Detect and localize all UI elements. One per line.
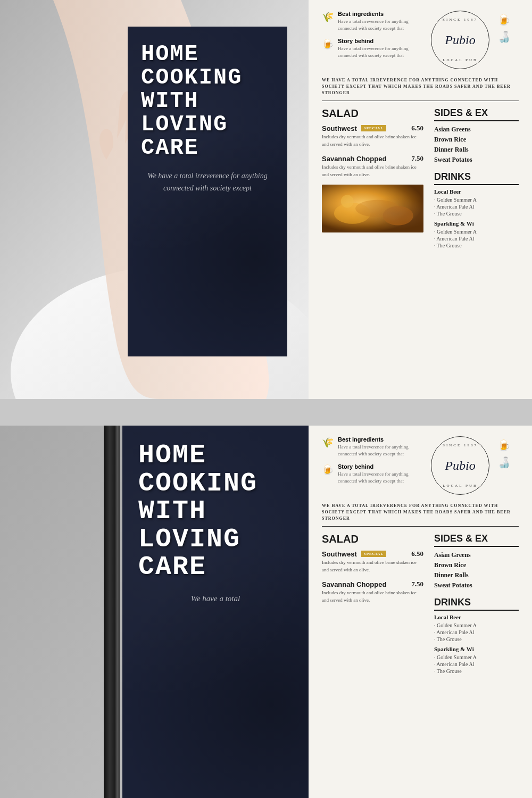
sides-section-2: SIDES & EX Asian Greens Brown Rice Dinne… — [434, 533, 519, 591]
feature1-desc-2: Have a total irreverence for anything co… — [338, 444, 423, 457]
drink-1-1: American Pale Al — [434, 235, 519, 242]
menu-card-title-2: HOME COOKING WITH LOVING CARE — [138, 442, 293, 581]
sides2-item-2: Dinner Rolls — [434, 570, 519, 580]
item-desc-savannah-2: Includes dry vermouth and olive brine sh… — [322, 589, 423, 604]
drink-0-0: Golden Summer A — [434, 196, 519, 203]
item-desc-savannah: Includes dry vermouth and olive brine sh… — [322, 164, 423, 178]
item-price-savannah-2: 7.50 — [411, 580, 423, 588]
sides-item-0: Asian Greens — [434, 124, 519, 135]
drink2-0-1: American Pale Al — [434, 629, 519, 636]
beer-mug-icon-right-2: 🍺 — [497, 439, 519, 452]
section-1: HOME COOKING WITH LOVING CARE We have a … — [0, 0, 532, 399]
stand-bar-right — [115, 426, 120, 798]
item-price-southwest: 6.50 — [411, 124, 423, 132]
sides2-item-0: Asian Greens — [434, 550, 519, 560]
logo-circle-2: SINCE 1987 Pubio LOCAL PUB — [431, 436, 489, 495]
drinks-section-1: DRINKS Local Beer Golden Summer A Americ… — [434, 171, 519, 249]
svg-point-3 — [334, 203, 371, 224]
drinks2-cat-1: Sparkling & Wi — [434, 646, 519, 652]
drink2-0-2: The Grouse — [434, 636, 519, 643]
feature-item-2-2: 🍺 Story behind Have a total irreverence … — [322, 463, 423, 484]
svg-point-4 — [355, 200, 400, 217]
photo-left-1: HOME COOKING WITH LOVING CARE We have a … — [0, 0, 309, 399]
sides-item-3: Sweat Potatos — [434, 155, 519, 165]
item-desc-southwest-2: Includes dry vermouth and olive brine sh… — [322, 559, 423, 573]
feature2-title-2: Story behind — [338, 463, 423, 470]
right-header-1: 🌾 Best ingredients Have a total irrevere… — [322, 11, 519, 69]
sides2-item-3: Sweat Potatos — [434, 580, 519, 591]
bottle-icon-right: 🍶 — [497, 30, 519, 43]
logo-since: SINCE 1987 — [443, 18, 478, 22]
right-panel-1: 🌾 Best ingredients Have a total irrevere… — [309, 0, 532, 399]
mug-icon-2: 🍺 — [322, 464, 334, 484]
item-name-savannah-2: Savannah Chopped — [322, 580, 386, 588]
svg-point-5 — [383, 206, 413, 226]
right-panel-2: 🌾 Best ingredients Have a total irrevere… — [309, 426, 532, 798]
item-badge-special: SPECIAL — [361, 125, 386, 131]
sides-item-2: Dinner Rolls — [434, 145, 519, 155]
item-badge-special-2: SPECIAL — [361, 551, 386, 557]
drinks2-cat-0: Local Beer — [434, 614, 519, 620]
menu-card-2: HOME COOKING WITH LOVING CARE We have a … — [122, 426, 309, 798]
sides-section-1: SIDES & EX Asian Greens Brown Rice Dinne… — [434, 107, 519, 165]
item-price-southwest-2: 6.50 — [411, 550, 423, 558]
menu-card-subtitle-2: We have a total — [138, 592, 293, 605]
item-desc-southwest: Includes dry vermouth and olive brine sh… — [322, 134, 423, 148]
menu-left-col-1: SALAD Southwest SPECIAL 6.50 Includes dr… — [322, 107, 423, 249]
item-name-savannah: Savannah Chopped — [322, 155, 386, 163]
drinks-list-0: Golden Summer A American Pale Al The Gro… — [434, 196, 519, 217]
tagline-1: WE HAVE A TOTAL IRREVERENCE FOR ANYTHING… — [322, 77, 519, 101]
menu-item-southwest: Southwest SPECIAL 6.50 Includes dry verm… — [322, 124, 423, 148]
wheat-icon-2: 🌾 — [322, 437, 334, 457]
drink-1-2: The Grouse — [434, 242, 519, 249]
feature1-title-2: Best ingredients — [338, 436, 423, 443]
drink-1-0: Golden Summer A — [434, 228, 519, 235]
drink2-1-2: The Grouse — [434, 668, 519, 675]
svg-point-6 — [341, 195, 354, 208]
sides-title-2: SIDES & EX — [434, 533, 519, 547]
mug-icon: 🍺 — [322, 38, 334, 59]
right-icons: 🍺 🍶 — [497, 11, 519, 43]
menu-columns-2: SALAD Southwest SPECIAL 6.50 Includes dr… — [322, 533, 519, 675]
sides-list: Asian Greens Brown Rice Dinner Rolls Swe… — [434, 124, 519, 165]
salad-title-2: SALAD — [322, 533, 423, 545]
drink2-1-1: American Pale Al — [434, 661, 519, 668]
features-col: 🌾 Best ingredients Have a total irrevere… — [322, 11, 423, 65]
svg-rect-2 — [322, 185, 423, 232]
logo-local: LOCAL PUB — [443, 58, 477, 62]
feature2-desc: Have a total irreverence for anything co… — [338, 45, 423, 59]
right-icons-2: 🍺 🍶 — [497, 436, 519, 469]
menu-right-col-1: SIDES & EX Asian Greens Brown Rice Dinne… — [434, 107, 519, 249]
item-name-southwest-2: Southwest — [322, 550, 357, 558]
logo-name-2: Pubio — [445, 459, 475, 473]
feature-item-1: 🌾 Best ingredients Have a total irrevere… — [322, 11, 423, 31]
feature-item-2-1: 🌾 Best ingredients Have a total irrevere… — [322, 436, 423, 457]
feature2-title: Story behind — [338, 38, 423, 44]
menu-columns-1: SALAD Southwest SPECIAL 6.50 Includes dr… — [322, 107, 519, 249]
item-price-savannah: 7.50 — [411, 154, 423, 163]
sides-item-1: Brown Rice — [434, 135, 519, 145]
sides-list-2: Asian Greens Brown Rice Dinner Rolls Swe… — [434, 550, 519, 591]
feature2-desc-2: Have a total irreverence for anything co… — [338, 471, 423, 484]
drinks2-list-0: Golden Summer A American Pale Al The Gro… — [434, 622, 519, 643]
drinks-cat-1: Sparkling & Wi — [434, 220, 519, 227]
menu-right-col-2: SIDES & EX Asian Greens Brown Rice Dinne… — [434, 533, 519, 675]
drinks-list-1: Golden Summer A American Pale Al The Gro… — [434, 228, 519, 249]
sides-title: SIDES & EX — [434, 107, 519, 121]
drink2-1-0: Golden Summer A — [434, 654, 519, 661]
section-2: HOME COOKING WITH LOVING CARE We have a … — [0, 426, 532, 798]
drinks-title: DRINKS — [434, 171, 519, 185]
features-col-2: 🌾 Best ingredients Have a total irrevere… — [322, 436, 423, 491]
menu-card-subtitle: We have a total irreverence for anything… — [141, 170, 274, 194]
menu-item-southwest-2: Southwest SPECIAL 6.50 Includes dry verm… — [322, 550, 423, 573]
bottle-icon-right-2: 🍶 — [497, 456, 519, 469]
logo-local-2: LOCAL PUB — [443, 484, 477, 488]
feature1-title: Best ingredients — [338, 11, 423, 17]
drink-0-1: American Pale Al — [434, 203, 519, 210]
drink-0-2: The Grouse — [434, 210, 519, 217]
stand-bar-left — [104, 426, 115, 798]
wheat-icon: 🌾 — [322, 11, 334, 31]
item-name-southwest: Southwest — [322, 124, 357, 132]
logo-since-2: SINCE 1987 — [443, 443, 478, 447]
drinks-title-2: DRINKS — [434, 597, 519, 611]
